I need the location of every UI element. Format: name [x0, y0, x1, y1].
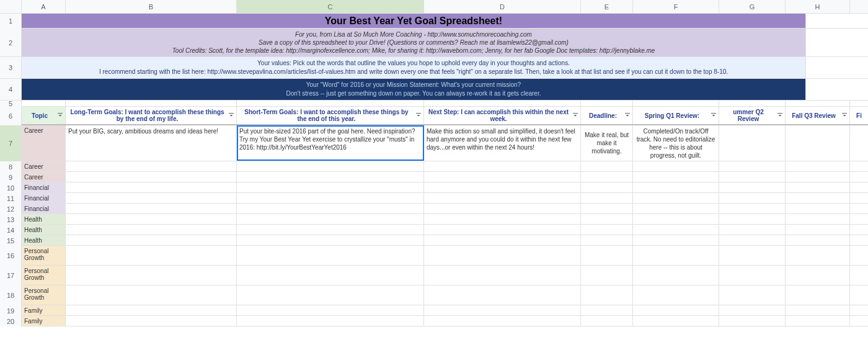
- filter-icon[interactable]: [56, 112, 64, 119]
- cell-b16[interactable]: [66, 246, 237, 265]
- cell-d17[interactable]: [424, 266, 581, 285]
- cell-c18[interactable]: [237, 285, 424, 305]
- cell-c12[interactable]: [237, 204, 424, 213]
- row-header-11[interactable]: 11: [0, 193, 22, 204]
- cell-f10[interactable]: [633, 182, 719, 192]
- cell-d13[interactable]: [424, 214, 581, 224]
- col-header-a[interactable]: A: [22, 0, 66, 13]
- topic-cell-12[interactable]: Financial: [22, 204, 66, 213]
- row-header-12[interactable]: 12: [0, 204, 22, 214]
- cell-g14[interactable]: [719, 225, 786, 235]
- cell-d8[interactable]: [424, 161, 581, 171]
- cell-i20[interactable]: [850, 316, 868, 326]
- cell-h2[interactable]: [806, 29, 868, 56]
- cell-b10[interactable]: [66, 182, 237, 192]
- cell-f18[interactable]: [633, 285, 719, 305]
- cell-h16[interactable]: [786, 246, 850, 265]
- cell-d19[interactable]: [424, 305, 581, 315]
- cell-i19[interactable]: [850, 305, 868, 315]
- cell-b14[interactable]: [66, 225, 237, 235]
- cell-f16[interactable]: [633, 246, 719, 265]
- header-next-step[interactable]: Next Step: I can accomplish this within …: [424, 107, 581, 124]
- cell-f8[interactable]: [633, 161, 719, 171]
- cell-e20[interactable]: [581, 316, 633, 326]
- cell-g20[interactable]: [719, 316, 786, 326]
- cell-d18[interactable]: [424, 285, 581, 305]
- cell-c10[interactable]: [237, 182, 424, 192]
- title-cell[interactable]: Your Best Year Yet Goal Spreadsheet!: [22, 14, 806, 28]
- cell-h5[interactable]: [786, 101, 850, 106]
- cell-g13[interactable]: [719, 214, 786, 224]
- cell-f14[interactable]: [633, 225, 719, 235]
- cell-e12[interactable]: [581, 204, 633, 213]
- header-fall[interactable]: Fall Q3 Review: [786, 107, 850, 124]
- row-header-17[interactable]: 17: [0, 266, 22, 285]
- cell-i16[interactable]: [850, 246, 868, 265]
- cell-d12[interactable]: [424, 204, 581, 213]
- cell-c16[interactable]: [237, 246, 424, 265]
- cell-c20[interactable]: [237, 316, 424, 326]
- cell-f17[interactable]: [633, 266, 719, 285]
- cell-g8[interactable]: [719, 161, 786, 171]
- cell-c8[interactable]: [237, 161, 424, 171]
- topic-cell-13[interactable]: Health: [22, 214, 66, 224]
- header-summer[interactable]: ummer Q2 Review: [719, 107, 786, 124]
- cell-d16[interactable]: [424, 246, 581, 265]
- header-final[interactable]: Fi: [850, 107, 868, 124]
- cell-c9[interactable]: [237, 172, 424, 182]
- row-header-13[interactable]: 13: [0, 214, 22, 225]
- cell-d15[interactable]: [424, 235, 581, 245]
- topic-cell-16[interactable]: Personal Growth: [22, 246, 66, 265]
- cell-f15[interactable]: [633, 235, 719, 245]
- cell-f13[interactable]: [633, 214, 719, 224]
- cell-d5[interactable]: [424, 101, 581, 106]
- cell-b20[interactable]: [66, 316, 237, 326]
- filter-icon[interactable]: [228, 112, 235, 119]
- row-header-8[interactable]: 8: [0, 161, 22, 172]
- cell-e17[interactable]: [581, 266, 633, 285]
- cell-h3[interactable]: [806, 57, 868, 78]
- cell-c17[interactable]: [237, 266, 424, 285]
- cell-c15[interactable]: [237, 235, 424, 245]
- cell-c7-selected[interactable]: Put your bite-sized 2016 part of the goa…: [237, 125, 424, 161]
- cell-h19[interactable]: [786, 305, 850, 315]
- topic-cell-8[interactable]: Career: [22, 161, 66, 171]
- filter-icon[interactable]: [624, 112, 631, 119]
- cell-d11[interactable]: [424, 193, 581, 203]
- cell-h9[interactable]: [786, 172, 850, 182]
- cell-b9[interactable]: [66, 172, 237, 182]
- cell-b5[interactable]: [66, 101, 237, 106]
- cell-h8[interactable]: [786, 161, 850, 171]
- subtitle-cell[interactable]: For you, from Lisa at So Much More Coach…: [22, 29, 806, 56]
- row-header-9[interactable]: 9: [0, 172, 22, 182]
- cell-g11[interactable]: [719, 193, 786, 203]
- topic-cell-10[interactable]: Financial: [22, 182, 66, 192]
- header-deadline[interactable]: Deadline:: [581, 107, 633, 124]
- header-spring[interactable]: Spring Q1 Review:: [633, 107, 719, 124]
- topic-cell-7[interactable]: Career: [22, 125, 66, 161]
- row-header-14[interactable]: 14: [0, 225, 22, 235]
- cell-f11[interactable]: [633, 193, 719, 203]
- cell-b15[interactable]: [66, 235, 237, 245]
- header-long-term[interactable]: Long-Term Goals: I want to accomplish th…: [66, 107, 237, 124]
- cell-g5[interactable]: [719, 101, 786, 106]
- topic-cell-15[interactable]: Health: [22, 235, 66, 245]
- row-header-5[interactable]: 5: [0, 101, 22, 107]
- cell-g19[interactable]: [719, 305, 786, 315]
- col-header-h[interactable]: H: [786, 0, 850, 13]
- cell-c13[interactable]: [237, 214, 424, 224]
- header-short-term[interactable]: Short-Term Goals: I want to accomplish t…: [237, 107, 424, 124]
- cell-f9[interactable]: [633, 172, 719, 182]
- cell-d10[interactable]: [424, 182, 581, 192]
- col-header-c[interactable]: C: [237, 0, 424, 13]
- row-header-20[interactable]: 20: [0, 316, 22, 326]
- topic-cell-9[interactable]: Career: [22, 172, 66, 182]
- cell-h12[interactable]: [786, 204, 850, 213]
- row-header-15[interactable]: 15: [0, 235, 22, 246]
- filter-icon[interactable]: [776, 112, 784, 119]
- cell-b12[interactable]: [66, 204, 237, 213]
- cell-i14[interactable]: [850, 225, 868, 235]
- cell-c19[interactable]: [237, 305, 424, 315]
- cell-f5[interactable]: [633, 101, 719, 106]
- row-header-16[interactable]: 16: [0, 246, 22, 266]
